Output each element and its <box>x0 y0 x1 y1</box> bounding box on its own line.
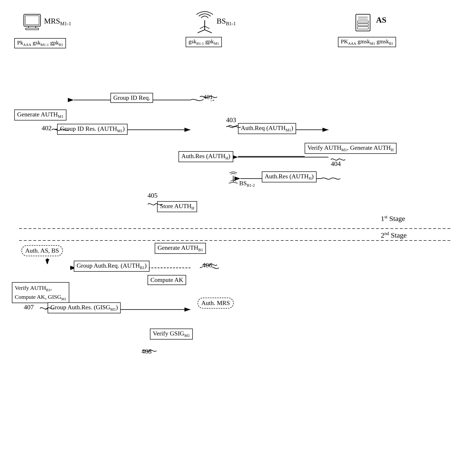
ref-405: 405 <box>148 192 158 199</box>
bs-key-box: gskB1-1 gpkM1 <box>186 37 222 47</box>
bs-b1-2-label: BSB1-2 <box>239 180 255 188</box>
verify-gsig-box: Verify GSIGM1 <box>150 329 193 340</box>
squiggles-svg <box>0 0 476 455</box>
svg-line-19 <box>200 26 205 29</box>
bs-b1-2-icon <box>226 169 240 184</box>
svg-line-30 <box>230 180 233 181</box>
compute-ak-box: Compute AK <box>148 275 186 285</box>
mrs-key-box: PkAAA gskM1-1 gpkB1 <box>14 38 66 48</box>
group-id-res-box: Group ID Res. (AUTHM1) <box>57 124 128 135</box>
as-icon <box>352 12 374 34</box>
auth-as-bs-oval: Auth. AS, BS <box>21 245 63 256</box>
svg-line-17 <box>198 30 205 33</box>
stage2-label: 2nd Stage <box>381 231 407 239</box>
svg-rect-24 <box>357 21 368 23</box>
verify-auth-b1-box: Verify AUTHB1,Compute AK, GISGM1 <box>12 282 69 303</box>
store-auth-box: Store AUTHH <box>157 201 197 212</box>
stage1-label: 1st Stage <box>381 214 405 223</box>
ref-407: 407 <box>24 303 34 311</box>
generate-auth-b1-box: Generate AUTHB1 <box>155 243 206 254</box>
diagram: MRSM1-1 PkAAA gskM1-1 gpkB1 BSB1-1 gskB1… <box>0 0 476 455</box>
group-id-req-box: Group ID Req. <box>110 93 153 103</box>
svg-line-18 <box>205 30 212 33</box>
auth-res-h-box: Auth.Res (AUTHH) <box>178 151 233 162</box>
svg-rect-13 <box>25 16 39 25</box>
svg-line-29 <box>233 182 238 183</box>
bs-subscript: B1-1 <box>226 21 236 26</box>
svg-line-28 <box>228 182 233 183</box>
ref-402: 402 <box>42 124 52 132</box>
bs-label: BSB1-1 <box>217 17 236 26</box>
svg-rect-21 <box>356 14 370 31</box>
mrs-icon <box>19 13 45 35</box>
group-auth-res-box: Group Auth.Res. (GISGM1) <box>48 302 121 313</box>
auth-res-h2-box: Auth.Res (AUTHH) <box>262 171 316 182</box>
svg-rect-15 <box>26 28 39 30</box>
ref-406: 406 <box>202 261 212 269</box>
arrows-svg <box>0 0 476 455</box>
ref-408: 408 <box>142 348 152 355</box>
mrs-label: MRSM1-1 <box>44 17 71 26</box>
auth-req-box: Auth.Req (AUTHM1) <box>238 123 296 134</box>
auth-mrs-oval: Auth. MRS <box>198 298 234 309</box>
as-label: AS <box>376 16 386 24</box>
as-key-box: PKAAA gmskM1 gmskB1 <box>338 37 396 47</box>
svg-rect-25 <box>357 24 368 26</box>
ref-403: 403 <box>226 116 236 124</box>
group-auth-req-box: Group Auth.Req. (AUTHB1) <box>74 261 149 272</box>
svg-line-31 <box>233 180 236 181</box>
svg-rect-26 <box>357 27 368 29</box>
svg-line-20 <box>205 26 210 29</box>
ref-401: 401 <box>203 94 213 101</box>
ref-404: 404 <box>331 160 341 168</box>
bs-icon <box>193 9 217 34</box>
verify-auth-m1-box: Verify AUTHM1, Generate AUTHH <box>305 143 396 154</box>
generate-auth-m1-box: Generate AUTHM1 <box>14 110 66 121</box>
svg-rect-12 <box>24 14 40 26</box>
mrs-subscript: M1-1 <box>60 21 71 26</box>
